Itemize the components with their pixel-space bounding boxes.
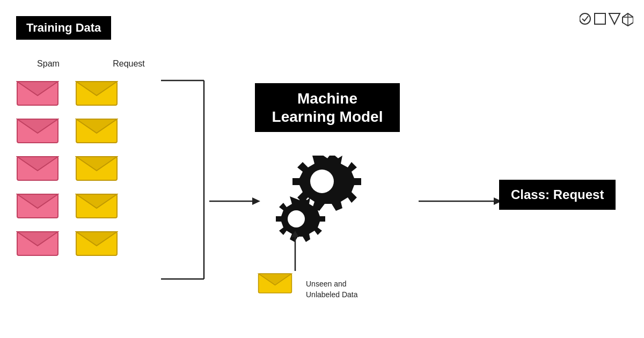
request-envelope — [75, 113, 118, 144]
spam-header: Spam — [16, 59, 80, 69]
spam-envelope — [16, 225, 59, 256]
spam-envelope — [16, 75, 59, 106]
email-grid — [16, 75, 118, 256]
unseen-line2: Unlabeled Data — [306, 290, 358, 299]
bracket-connector — [150, 75, 215, 284]
arrow-to-class — [419, 193, 504, 209]
email-row — [16, 225, 118, 256]
svg-marker-2 — [609, 13, 620, 24]
svg-point-32 — [288, 210, 305, 227]
class-request-box: Class: Request — [499, 180, 616, 210]
arrow-to-model — [209, 193, 263, 209]
request-envelope — [75, 188, 118, 219]
request-header: Request — [97, 59, 161, 69]
svg-marker-38 — [291, 231, 299, 237]
ml-model-line2: Learning Model — [272, 108, 383, 125]
training-data-label: Training Data — [16, 16, 111, 40]
spam-envelope — [16, 113, 59, 144]
gears-icon — [263, 156, 381, 252]
ml-model-line1: Machine — [297, 90, 357, 107]
spam-envelope — [16, 188, 59, 219]
svg-point-31 — [310, 170, 334, 193]
email-row — [16, 113, 118, 144]
spam-envelope — [16, 150, 59, 181]
decorative-icons — [580, 11, 633, 27]
top-right-icons — [580, 11, 633, 27]
svg-point-0 — [580, 13, 590, 24]
unseen-line1: Unseen and — [306, 280, 347, 288]
unseen-label: Unseen and Unlabeled Data — [306, 279, 358, 300]
svg-rect-1 — [595, 13, 605, 24]
request-envelope — [75, 225, 118, 256]
svg-marker-30 — [252, 197, 260, 205]
arrow-up-to-gears — [287, 231, 303, 274]
email-row — [16, 150, 118, 181]
request-envelope — [75, 75, 118, 106]
ml-model-box: Machine Learning Model — [255, 83, 400, 132]
email-row — [16, 188, 118, 219]
column-headers: Spam Request — [16, 59, 161, 69]
request-envelope — [75, 150, 118, 181]
email-row — [16, 75, 118, 106]
